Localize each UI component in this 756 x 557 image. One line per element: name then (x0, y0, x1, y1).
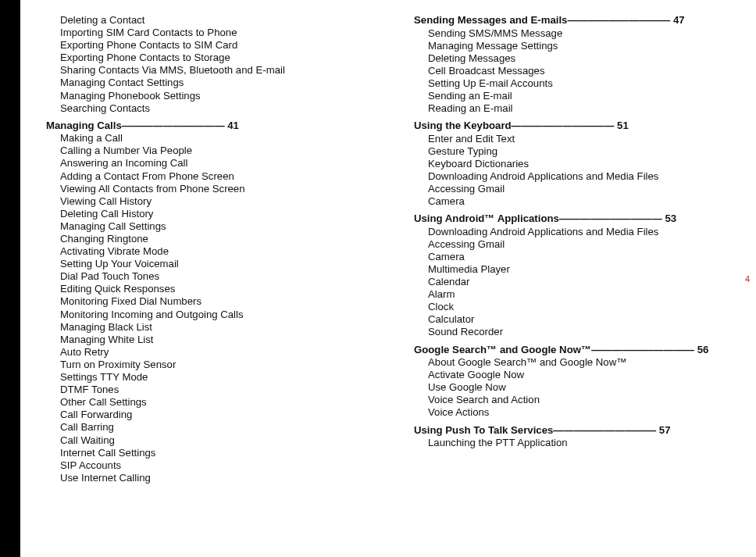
toc-subitem: Multimedia Player (414, 263, 748, 276)
toc-section-title: Using Android™ Applications—————————— 53 (414, 212, 748, 226)
toc-subitem: Managing Contact Settings (46, 77, 380, 89)
toc-subitem: DTMF Tones (46, 384, 380, 396)
toc-subitem: Auto Retry (46, 346, 380, 359)
toc-subitem: Monitoring Fixed Dial Numbers (46, 295, 380, 308)
toc-subitem: Managing Black List (46, 321, 380, 334)
toc-subitem: Other Call Settings (46, 396, 380, 409)
toc-subitem: Sending SMS/MMS Message (414, 27, 748, 40)
toc-subitem: Use Google Now (414, 381, 748, 394)
toc-subitem: Sound Recorder (414, 326, 748, 338)
toc-subitem: Sharing Contacts Via MMS, Bluetooth and … (46, 64, 380, 77)
toc-subitem: Launching the PTT Application (414, 437, 748, 449)
left-column: Deleting a ContactImporting SIM Card Con… (20, 14, 388, 546)
toc-subitem: Downloading Android Applications and Med… (414, 226, 748, 238)
toc-subitem: Clock (414, 301, 748, 313)
toc-subitem: Exporting Phone Contacts to Storage (46, 52, 380, 64)
toc-subitem: Setting Up Your Voicemail (46, 258, 380, 270)
toc-subitem: Deleting Call History (46, 208, 380, 220)
page-content: Deleting a ContactImporting SIM Card Con… (20, 14, 756, 546)
toc-subitem: Dial Pad Touch Tones (46, 270, 380, 283)
toc-subitem: Searching Contacts (46, 102, 380, 115)
sidebar-black-bar: Contents (0, 0, 20, 557)
toc-subitem: Activating Vibrate Mode (46, 245, 380, 258)
toc-subitem: Call Forwarding (46, 409, 380, 421)
toc-subitem: Viewing All Contacts from Phone Screen (46, 183, 380, 195)
toc-subitem: Calculator (414, 313, 748, 326)
toc-subitem: Calendar (414, 276, 748, 288)
toc-subitem: SIP Accounts (46, 459, 380, 472)
toc-section-title: Managing Calls—————————— 41 (46, 120, 380, 133)
toc-subitem: Settings TTY Mode (46, 371, 380, 384)
toc-subitem: Editing Quick Responses (46, 283, 380, 295)
toc-subitem: Managing Phonebook Settings (46, 90, 380, 102)
toc-subitem: Calling a Number Via People (46, 145, 380, 157)
toc-section-title: Using the Keyboard—————————— 51 (414, 120, 748, 133)
toc-subitem: Managing White List (46, 334, 380, 346)
toc-section: Sending Messages and E-mails—————————— 4… (414, 14, 748, 115)
toc-subitem: Exporting Phone Contacts to SIM Card (46, 39, 380, 52)
toc-subitem: Answering an Incoming Call (46, 157, 380, 170)
toc-subitem: Call Barring (46, 421, 380, 434)
toc-subitem: Accessing Gmail (414, 183, 748, 195)
toc-subitem: Managing Call Settings (46, 220, 380, 233)
toc-subitem: Voice Search and Action (414, 394, 748, 406)
right-column: Sending Messages and E-mails—————————— 4… (388, 14, 756, 546)
toc-subitem: Importing SIM Card Contacts to Phone (46, 27, 380, 39)
toc-subitem: Internet Call Settings (46, 447, 380, 459)
toc-subitem: Cell Broadcast Messages (414, 65, 748, 77)
toc-subitem: Monitoring Incoming and Outgoing Calls (46, 309, 380, 321)
toc-subitem: Camera (414, 195, 748, 208)
toc-subitem: About Google Search™ and Google Now™ (414, 356, 748, 369)
toc-section: Google Search™ and Google Now™——————————… (414, 344, 748, 420)
toc-subitem: Setting Up E-mail Accounts (414, 77, 748, 90)
toc-section-title: Sending Messages and E-mails—————————— 4… (414, 14, 748, 27)
toc-subitem: Deleting a Contact (46, 14, 380, 27)
toc-section: Using the Keyboard—————————— 51Enter and… (414, 120, 748, 208)
toc-subitem: Use Internet Calling (46, 472, 380, 484)
toc-subitem: Keyboard Dictionaries (414, 158, 748, 170)
toc-section-title: Using Push To Talk Services—————————— 57 (414, 424, 748, 437)
toc-subitem: Enter and Edit Text (414, 133, 748, 145)
toc-subitem: Activate Google Now (414, 369, 748, 381)
toc-subitem: Voice Actions (414, 406, 748, 419)
toc-subitem: Viewing Call History (46, 195, 380, 208)
toc-subitem: Call Waiting (46, 434, 380, 447)
toc-section: Deleting a ContactImporting SIM Card Con… (46, 14, 380, 115)
toc-subitem: Turn on Proximity Sensor (46, 359, 380, 371)
toc-subitem: Changing Ringtone (46, 233, 380, 245)
toc-subitem: Alarm (414, 288, 748, 301)
toc-section-title: Google Search™ and Google Now™——————————… (414, 344, 748, 357)
toc-subitem: Gesture Typing (414, 145, 748, 158)
toc-subitem: Making a Call (46, 132, 380, 145)
toc-section: Using Push To Talk Services—————————— 57… (414, 424, 748, 450)
toc-subitem: Sending an E-mail (414, 90, 748, 102)
toc-subitem: Deleting Messages (414, 52, 748, 65)
toc-subitem: Camera (414, 251, 748, 263)
toc-section: Managing Calls—————————— 41Making a Call… (46, 120, 380, 484)
toc-subitem: Downloading Android Applications and Med… (414, 170, 748, 183)
toc-subitem: Managing Message Settings (414, 40, 748, 52)
toc-section: Using Android™ Applications—————————— 53… (414, 212, 748, 338)
toc-subitem: Accessing Gmail (414, 238, 748, 251)
toc-subitem: Adding a Contact From Phone Screen (46, 170, 380, 183)
toc-subitem: Reading an E-mail (414, 102, 748, 115)
